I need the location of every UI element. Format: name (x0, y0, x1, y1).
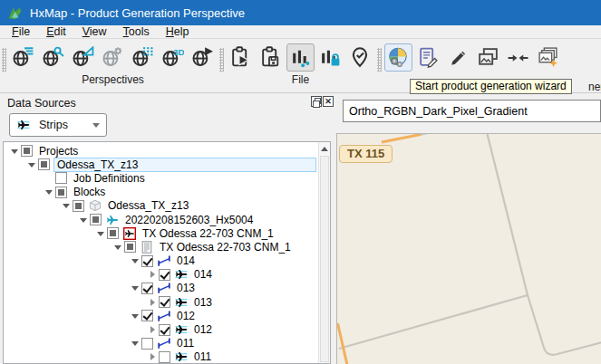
expander-open-icon[interactable] (61, 200, 72, 211)
tree-row[interactable]: Projects (4, 144, 317, 158)
menu-item-file[interactable]: File (4, 25, 38, 38)
menu-item-view[interactable]: View (74, 25, 115, 38)
checkbox-partial[interactable] (73, 200, 84, 212)
tree-item-label[interactable]: TX Odessa 22-703 CNM_1 (157, 241, 294, 254)
checkbox-partial[interactable] (21, 145, 33, 157)
checkbox-checked[interactable] (141, 255, 153, 267)
checkbox-checked[interactable] (141, 310, 153, 321)
globe-measure-button[interactable] (69, 43, 97, 72)
map-view[interactable]: TX 115 (336, 133, 601, 364)
chart-bars-lock-button[interactable] (316, 43, 344, 72)
strips-dropdown[interactable]: Strips (9, 113, 107, 137)
tree-item-label[interactable]: 011 (174, 337, 197, 350)
product-name-field[interactable] (343, 100, 601, 122)
checkbox-partial[interactable] (107, 227, 119, 239)
tree-item-label[interactable]: Odessa_TX_z13 (105, 199, 191, 212)
tree-row[interactable]: TX Odessa 22-703 CNM_1 (4, 240, 317, 254)
image-frames-button[interactable] (474, 43, 502, 72)
globe-settings-button[interactable] (99, 43, 127, 72)
tree-row[interactable]: TX Odessa 22-703 CNM_1 (4, 226, 317, 240)
checkbox-unchecked[interactable] (55, 172, 67, 184)
tree-item-label[interactable]: Blocks (71, 186, 108, 198)
checkbox-checked[interactable] (159, 324, 170, 336)
expander-open-icon[interactable] (112, 242, 123, 253)
tree-item-label[interactable]: 011 (191, 350, 214, 363)
tree-row[interactable]: 013 (4, 282, 317, 295)
toolbar-drag-handle[interactable] (2, 48, 6, 72)
tree-item-label[interactable]: 013 (174, 282, 198, 294)
expander-open-icon[interactable] (95, 228, 106, 239)
tree-row[interactable]: 012 (4, 309, 317, 322)
expander-closed-icon[interactable] (147, 297, 158, 308)
tree-row[interactable]: 20220208152603_Hx5004 (4, 213, 317, 226)
tree-row[interactable]: 014 (4, 254, 317, 268)
tree-row[interactable]: Odessa_TX_z13 (4, 199, 317, 213)
expander-open-icon[interactable] (130, 338, 141, 349)
checkbox-partial[interactable] (38, 158, 50, 170)
tree-item-label[interactable]: 012 (191, 323, 215, 336)
clipboard-play-icon (229, 46, 252, 69)
expander-closed-icon[interactable] (147, 269, 158, 280)
merge-arrows-button[interactable] (504, 43, 532, 72)
tree-item-label[interactable]: 012 (174, 310, 198, 322)
chart-bars-refresh-button[interactable] (286, 43, 315, 72)
tree-item-label[interactable]: Projects (36, 145, 81, 158)
tree-row[interactable]: Job Definitions (4, 171, 317, 185)
globe-grid-button[interactable] (129, 43, 157, 72)
clipboard-save-button[interactable] (257, 43, 285, 72)
globe-search-button[interactable] (39, 43, 67, 72)
svg-text:3D: 3D (173, 47, 184, 57)
globe-3d-button[interactable]: 3D (159, 43, 187, 72)
toolbar-drag-handle[interactable] (377, 48, 382, 72)
expander-closed-icon[interactable] (147, 351, 158, 362)
tree-row[interactable]: 012 (4, 322, 317, 336)
tree-row[interactable]: Odessa_TX_z13 (4, 158, 317, 171)
panel-close-button[interactable]: ✕ (323, 96, 334, 107)
tree-item-label[interactable]: 014 (191, 268, 215, 281)
checkbox-checked[interactable] (159, 296, 170, 308)
expander-open-icon[interactable] (130, 283, 141, 293)
product-wizard-button[interactable] (384, 43, 412, 72)
expander-open-icon[interactable] (130, 255, 141, 266)
expander-open-icon[interactable] (78, 215, 89, 225)
tree-item-label[interactable]: 013 (191, 296, 215, 309)
expander-open-icon[interactable] (26, 159, 37, 170)
job-list-edit-button[interactable] (414, 43, 442, 72)
toolbar-drag-handle[interactable] (219, 48, 224, 72)
checkbox-partial[interactable] (90, 214, 102, 225)
image-stack-new-button[interactable] (534, 43, 562, 72)
menu-item-help[interactable]: Help (158, 25, 198, 38)
tree-row[interactable]: 011 (4, 350, 317, 364)
tree-item-label[interactable]: 20220208152603_Hx5004 (122, 214, 256, 226)
checkbox-partial[interactable] (55, 187, 67, 198)
tooltip: Start product generation wizard (410, 79, 572, 94)
expander-open-icon[interactable] (130, 311, 141, 321)
tree-item-label[interactable]: Odessa_TX_z13 (53, 158, 316, 172)
tree-scrollbar[interactable] (318, 142, 330, 363)
expander-closed-icon[interactable] (147, 324, 158, 335)
globe-filter-button[interactable] (9, 43, 37, 72)
tree-row[interactable]: 013 (4, 295, 317, 309)
pin-edit-button[interactable] (346, 43, 374, 72)
checkbox-partial[interactable] (124, 241, 136, 253)
menu-item-tools[interactable]: Tools (115, 25, 158, 38)
globe-play-button[interactable] (189, 43, 217, 72)
tree-item-label[interactable]: 014 (174, 254, 198, 267)
menu-item-edit[interactable]: Edit (38, 25, 74, 38)
expander-open-icon[interactable] (9, 146, 20, 157)
checkbox-unchecked[interactable] (141, 338, 153, 350)
tree-row[interactable]: Blocks (4, 186, 317, 199)
scroll-up-icon[interactable] (319, 142, 330, 155)
clipboard-play-button[interactable] (227, 43, 255, 72)
tree-item-label[interactable]: TX Odessa 22-703 CNM_1 (140, 227, 276, 240)
panel-float-button[interactable] (311, 96, 322, 107)
expander-open-icon[interactable] (44, 187, 54, 197)
scrollbar-thumb[interactable] (320, 156, 329, 362)
checkbox-checked[interactable] (159, 269, 170, 281)
checkbox-checked[interactable] (141, 283, 153, 294)
checkbox-unchecked[interactable] (159, 351, 170, 363)
tree-row[interactable]: 011 (4, 337, 317, 350)
tree-item-label[interactable]: Job Definitions (71, 172, 148, 185)
tree-row[interactable]: 014 (4, 268, 317, 282)
pencil-button[interactable] (444, 43, 472, 72)
